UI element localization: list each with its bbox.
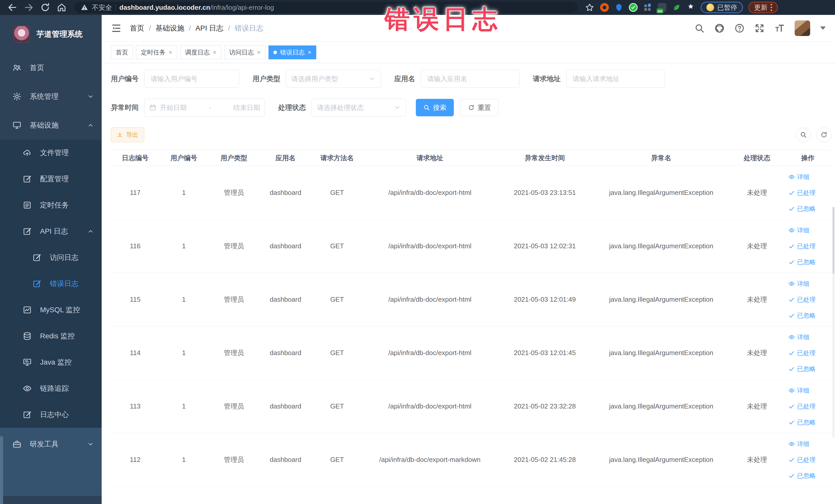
export-button[interactable]: 导出	[111, 127, 144, 142]
detail-link[interactable]: 详细	[788, 333, 809, 341]
tag-home[interactable]: 首页	[111, 45, 133, 59]
search-button[interactable]: 搜索	[416, 99, 454, 116]
detail-link[interactable]: 详细	[788, 280, 809, 288]
sidebar-item-config-management[interactable]: 配置管理	[0, 166, 102, 192]
mark-processed-link[interactable]: 已处理	[788, 456, 815, 464]
mark-processed-link[interactable]: 已处理	[788, 189, 815, 197]
help-icon[interactable]	[734, 23, 745, 33]
mark-processed-link[interactable]: 已处理	[788, 296, 815, 304]
browser-menu-kebab-icon[interactable]	[771, 4, 772, 11]
sidebar-item-java-monitor[interactable]: Java 监控	[0, 349, 102, 375]
user-type-select[interactable]: 请选择用户类型	[286, 70, 381, 88]
breadcrumb-item-error-log: 错误日志	[235, 23, 263, 33]
user-id-input[interactable]	[144, 70, 239, 88]
browser-update-button[interactable]: 更新	[749, 2, 778, 13]
profile-paused-pill[interactable]: 已暂停	[701, 2, 743, 13]
extension-icon-green-check[interactable]	[629, 3, 638, 12]
sidebar-item-mysql-monitor[interactable]: MySQL 监控	[0, 297, 102, 323]
reset-button-label: 重置	[478, 103, 491, 112]
filter-row-1: 用户编号 用户类型 请选择用户类型 应用名 请求地址	[111, 70, 831, 88]
reload-icon	[40, 2, 50, 13]
github-icon[interactable]	[714, 23, 725, 33]
bookmark-star-icon[interactable]	[585, 3, 594, 12]
mark-processed-link[interactable]: 已处理	[788, 402, 815, 410]
cell-app: dashboard	[260, 433, 311, 486]
search-icon[interactable]	[694, 23, 705, 33]
sidebar-item-error-log[interactable]: 错误日志	[0, 270, 102, 297]
calendar-icon	[149, 104, 156, 111]
toggle-search-button[interactable]	[796, 127, 811, 142]
app-logo-row[interactable]: 芋道管理系统	[0, 15, 102, 54]
exception-time-range-picker[interactable]: 开始日期 - 结束日期	[144, 99, 265, 117]
reload-button[interactable]	[37, 2, 54, 13]
sidebar-item-label: 系统管理	[30, 92, 79, 101]
mark-ignored-link[interactable]: 已忽略	[788, 258, 815, 266]
tag-schedule-log[interactable]: 调度日志×	[180, 45, 221, 59]
extension-icon-leaf[interactable]	[672, 3, 681, 12]
user-avatar[interactable]	[794, 20, 810, 36]
sidebar-item-dev-tools[interactable]: 研发工具	[0, 430, 102, 459]
sidebar-fold-icon[interactable]	[111, 23, 122, 34]
detail-link[interactable]: 详细	[788, 226, 809, 235]
mark-ignored-link[interactable]: 已忽略	[788, 311, 815, 320]
close-icon[interactable]: ×	[169, 49, 172, 56]
close-icon[interactable]: ×	[308, 49, 311, 56]
mark-processed-link[interactable]: 已处理	[788, 349, 815, 357]
forward-button[interactable]	[21, 2, 37, 13]
process-status-select[interactable]: 请选择处理状态	[312, 99, 406, 117]
sidebar-item-trace[interactable]: 链路追踪	[0, 375, 102, 402]
breadcrumb-item-api-log[interactable]: API 日志	[196, 23, 224, 33]
reset-button[interactable]: 重置	[461, 99, 498, 116]
mark-processed-link[interactable]: 已处理	[788, 242, 815, 250]
tag-scheduled-tasks[interactable]: 定时任务×	[136, 45, 177, 59]
sidebar-item-label: 基础设施	[30, 120, 79, 130]
back-button[interactable]	[4, 2, 21, 13]
sidebar-item-home[interactable]: 首页	[0, 54, 102, 82]
refresh-table-button[interactable]	[816, 127, 831, 142]
close-icon[interactable]: ×	[257, 49, 261, 56]
address-bar[interactable]: 不安全 dashboard.yudao.iocoder.cn/infra/log…	[75, 2, 577, 13]
mark-ignored-link[interactable]: 已忽略	[788, 205, 815, 213]
mark-ignored-link[interactable]: 已忽略	[788, 472, 815, 480]
home-button[interactable]	[54, 2, 70, 13]
tag-access-log[interactable]: 访问日志×	[224, 45, 265, 59]
sidebar-item-log-center[interactable]: 日志中心	[0, 402, 102, 428]
detail-link[interactable]: 详细	[788, 440, 809, 448]
request-url-input[interactable]	[566, 70, 665, 88]
tag-error-log[interactable]: 错误日志×	[268, 45, 316, 59]
app-name-input[interactable]	[421, 70, 520, 88]
font-size-icon[interactable]	[774, 23, 785, 33]
cell-time: 2021-05-03 12:01:45	[497, 326, 593, 380]
sidebar-item-file-management[interactable]: 文件管理	[0, 140, 102, 166]
extension-icon-orange[interactable]	[600, 3, 609, 12]
detail-link[interactable]: 详细	[788, 173, 809, 181]
breadcrumb-item-home[interactable]: 首页	[130, 23, 144, 33]
row-operations: 详细 已处理 已忽略	[786, 386, 829, 426]
annotation-title: 错误日志	[385, 3, 502, 37]
sidebar-item-infrastructure[interactable]: 基础设施	[0, 111, 102, 140]
extensions-puzzle-icon[interactable]	[686, 3, 695, 12]
breadcrumb: 首页 / 基础设施 / API 日志 / 错误日志	[130, 23, 263, 33]
sidebar-item-system-management[interactable]: 系统管理	[0, 82, 102, 111]
detail-link[interactable]: 详细	[788, 386, 809, 395]
mark-ignored-link[interactable]: 已忽略	[788, 418, 815, 426]
cell-user-id: 1	[159, 380, 208, 433]
sidebar-item-api-log[interactable]: API 日志	[0, 218, 102, 244]
close-icon[interactable]: ×	[213, 49, 217, 56]
fullscreen-icon[interactable]	[754, 23, 765, 33]
extension-icon-blue-pin[interactable]	[614, 3, 623, 12]
eye-icon	[788, 174, 795, 180]
content-scrollbar[interactable]	[832, 207, 834, 438]
cell-status: 未处理	[730, 273, 784, 326]
breadcrumb-item-infrastructure[interactable]: 基础设施	[156, 23, 184, 33]
cell-status: 未处理	[730, 220, 784, 273]
extension-icon-on-badge[interactable]: on	[658, 3, 666, 12]
sidebar-item-label: 定时任务	[40, 200, 94, 210]
sidebar-item-scheduled-tasks[interactable]: 定时任务	[0, 192, 102, 218]
sidebar-item-access-log[interactable]: 访问日志	[0, 244, 102, 270]
avatar-caret-icon[interactable]	[820, 26, 826, 30]
mark-ignored-link[interactable]: 已忽略	[788, 365, 815, 373]
sidebar-scrollbar[interactable]	[0, 436, 3, 504]
extension-icon-grid[interactable]	[643, 3, 652, 12]
sidebar-item-redis-monitor[interactable]: Redis 监控	[0, 323, 102, 349]
